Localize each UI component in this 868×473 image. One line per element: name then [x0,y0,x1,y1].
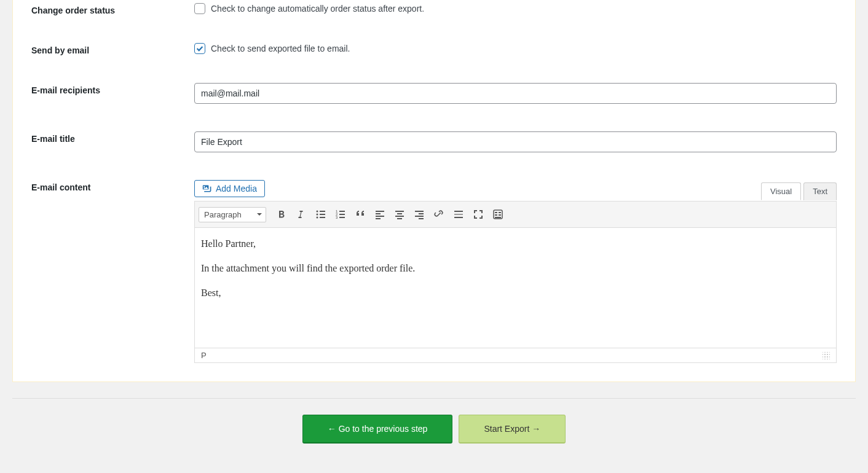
label-send-email: Send by email [31,43,194,55]
svg-rect-14 [376,216,384,217]
format-select[interactable]: Paragraph [199,207,266,222]
editor-content[interactable]: Hello Partner, In the attachment you wil… [195,228,836,348]
svg-rect-23 [419,218,424,219]
svg-rect-17 [397,213,402,214]
svg-rect-1 [320,211,325,212]
bullet-list-button[interactable] [312,205,330,224]
bold-button[interactable] [272,205,291,224]
svg-rect-31 [495,214,497,216]
svg-rect-24 [454,211,463,212]
svg-rect-32 [499,214,501,216]
svg-rect-13 [376,213,381,214]
svg-point-4 [317,217,318,219]
label-content: E-mail content [31,180,194,192]
row-recipients: E-mail recipients [31,83,837,104]
editor-toolbar: Paragraph 123 [195,201,836,228]
svg-rect-5 [320,217,325,218]
title-input[interactable] [194,131,837,152]
label-title: E-mail title [31,131,194,144]
send-email-checkbox[interactable] [194,43,205,54]
editor-path: P [201,351,207,360]
editor-tabs: Visual Text [759,182,837,200]
numbered-list-button[interactable]: 123 [331,205,350,224]
svg-rect-15 [376,218,381,219]
svg-rect-33 [495,217,501,218]
resize-grip-icon[interactable] [823,352,830,359]
align-right-button[interactable] [410,205,428,224]
svg-rect-30 [499,212,501,213]
svg-rect-12 [376,211,384,212]
row-content: E-mail content Add Media Visual Text Par… [31,180,837,363]
add-media-label: Add Media [216,184,257,194]
editor-statusbar: P [195,348,836,362]
svg-point-2 [317,214,318,216]
italic-button[interactable] [292,205,310,224]
svg-rect-26 [454,214,463,215]
add-media-button[interactable]: Add Media [194,180,265,197]
svg-text:3: 3 [336,216,338,219]
editor-paragraph: Hello Partner, [201,237,830,251]
row-change-status: Change order status Check to change auto… [31,3,837,15]
previous-step-button[interactable]: ← Go to the previous step [302,415,453,444]
svg-rect-11 [339,217,345,218]
fullscreen-button[interactable] [469,205,487,224]
media-icon [202,184,212,194]
insert-more-button[interactable] [449,205,468,224]
svg-rect-22 [415,216,424,217]
svg-rect-18 [395,216,404,217]
svg-rect-3 [320,214,325,215]
align-center-button[interactable] [390,205,409,224]
recipients-input[interactable] [194,83,837,104]
svg-rect-7 [339,211,345,212]
editor-paragraph: Best, [201,286,830,300]
settings-panel: Change order status Check to change auto… [12,0,856,382]
label-recipients: E-mail recipients [31,83,194,95]
wizard-footer: ← Go to the previous step Start Export → [12,398,856,444]
label-change-status: Change order status [31,3,194,15]
toolbar-toggle-button[interactable] [489,205,507,224]
change-status-checkbox-label: Check to change automatically order stat… [211,4,424,14]
editor-paragraph: In the attachment you will find the expo… [201,261,830,276]
row-send-email: Send by email Check to send exported fil… [31,43,837,55]
align-left-button[interactable] [371,205,389,224]
change-status-checkbox[interactable] [194,3,205,14]
svg-rect-21 [419,213,424,214]
tab-visual[interactable]: Visual [761,182,801,200]
svg-rect-27 [454,217,463,218]
svg-rect-16 [395,211,404,212]
tab-text[interactable]: Text [803,182,837,200]
blockquote-button[interactable] [351,205,369,224]
svg-rect-20 [415,211,424,212]
svg-rect-29 [495,212,497,213]
row-title: E-mail title [31,131,837,152]
svg-rect-9 [339,214,345,215]
send-email-checkbox-label: Check to send exported file to email. [211,44,350,53]
link-button[interactable] [430,205,448,224]
svg-rect-19 [397,218,402,219]
svg-point-0 [317,211,318,213]
start-export-button[interactable]: Start Export → [459,415,566,444]
